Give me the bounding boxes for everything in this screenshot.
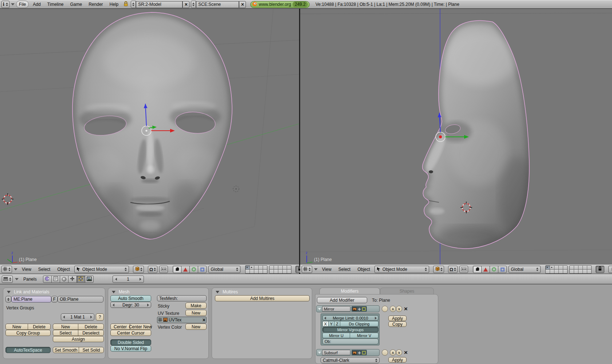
grid-small-icon[interactable] bbox=[158, 317, 162, 323]
shading-context-button[interactable] bbox=[60, 276, 68, 283]
uvtex-delete-button[interactable]: × bbox=[203, 317, 205, 323]
set-solid-button[interactable]: Set Solid bbox=[79, 347, 104, 353]
deselect-button[interactable]: Deselect bbox=[78, 330, 104, 336]
mirror-apply-button[interactable]: Apply bbox=[388, 316, 407, 321]
mesh-name-field[interactable]: ME:Plane bbox=[11, 296, 51, 302]
select-button[interactable]: Select bbox=[53, 330, 78, 336]
realtime-toggle-icon[interactable] bbox=[358, 349, 361, 356]
draw-type-button[interactable] bbox=[133, 266, 144, 273]
vgroup-new-button[interactable]: New bbox=[5, 324, 28, 330]
logic-context-button[interactable] bbox=[43, 276, 52, 283]
mirror-select-circle-button[interactable] bbox=[382, 306, 388, 312]
window-type-button[interactable]: i bbox=[1, 1, 9, 8]
draw-type-button[interactable] bbox=[433, 266, 444, 273]
translate-manipulator-button[interactable] bbox=[481, 266, 490, 273]
material-delete-button[interactable]: Delete bbox=[78, 324, 104, 330]
subsurf-type-dropdown[interactable]: Catmull-Clark bbox=[321, 357, 380, 363]
header-collapse-icon[interactable] bbox=[314, 268, 318, 270]
material-help-button[interactable]: ? bbox=[96, 313, 104, 321]
copy-group-button[interactable]: Copy Group bbox=[5, 330, 51, 336]
viewport-divider[interactable] bbox=[299, 9, 300, 274]
editmode-toggle-icon[interactable] bbox=[362, 349, 366, 356]
viewport-side[interactable]: z (1) Plane bbox=[300, 9, 612, 265]
center-new-button[interactable]: Center New bbox=[130, 324, 151, 330]
auto-smooth-toggle[interactable]: Auto Smooth bbox=[110, 295, 151, 302]
menu-object[interactable]: Object bbox=[55, 266, 72, 273]
add-modifier-button[interactable]: Add Modifier bbox=[317, 297, 367, 303]
panel-collapse-icon[interactable] bbox=[7, 291, 11, 293]
subsurf-apply-button[interactable]: Apply bbox=[388, 357, 407, 363]
panel-collapse-icon[interactable] bbox=[216, 291, 219, 293]
render-toggle-icon[interactable] bbox=[353, 306, 357, 312]
orientation-dropdown[interactable]: Global bbox=[509, 266, 541, 273]
editor-type-button[interactable] bbox=[2, 276, 13, 283]
grab-hand-button[interactable] bbox=[173, 266, 181, 273]
modifier-expand-icon[interactable] bbox=[318, 352, 321, 354]
translate-manipulator-button[interactable] bbox=[181, 266, 190, 273]
viewport-side-canvas[interactable]: z bbox=[300, 9, 612, 265]
menu-view[interactable]: View bbox=[319, 266, 334, 273]
center-cursor-button[interactable]: Center Cursor bbox=[110, 330, 151, 336]
scale-manipulator-button[interactable] bbox=[198, 266, 207, 273]
script-context-button[interactable] bbox=[51, 276, 60, 283]
autotexspace-toggle[interactable]: AutoTexSpace bbox=[5, 347, 51, 353]
scene-delete-button[interactable]: × bbox=[239, 1, 246, 8]
double-sided-toggle[interactable]: Double Sided bbox=[110, 339, 151, 345]
mirror-object-field[interactable]: Ob: bbox=[322, 339, 378, 344]
realtime-toggle-icon[interactable] bbox=[358, 306, 361, 312]
object-name-field[interactable]: OB:Plane bbox=[58, 296, 103, 302]
fake-user-button[interactable]: F bbox=[51, 296, 58, 302]
menu-file[interactable]: File bbox=[16, 1, 29, 8]
mirror-move-down-button[interactable]: ∨ bbox=[396, 306, 402, 312]
set-smooth-button[interactable]: Set Smooth bbox=[53, 347, 79, 353]
center-button[interactable]: Center bbox=[110, 324, 130, 330]
texmesh-field[interactable]: TexMesh: bbox=[157, 295, 207, 301]
manipulator-toggle-button[interactable] bbox=[459, 266, 468, 273]
layer-buttons-group-2[interactable] bbox=[269, 265, 291, 274]
mirror-axis-y-toggle[interactable]: Y bbox=[328, 321, 334, 327]
mirror-axis-x-toggle[interactable]: X bbox=[322, 321, 329, 327]
viewport-front-canvas[interactable]: z x bbox=[0, 9, 299, 265]
menu-render[interactable]: Render bbox=[86, 1, 105, 8]
tab-modifiers[interactable]: Modifiers bbox=[319, 288, 380, 294]
material-index-stepper[interactable]: 1 Mat 1 bbox=[61, 313, 94, 321]
pivot-dropdown-button[interactable]: Ω bbox=[148, 266, 157, 273]
menu-add[interactable]: Add bbox=[30, 1, 43, 8]
uv-texture-new-button[interactable]: New bbox=[185, 310, 207, 316]
menu-select[interactable]: Select bbox=[336, 266, 353, 273]
mesh-browse-button[interactable] bbox=[5, 296, 11, 302]
tab-shapes[interactable]: Shapes bbox=[380, 288, 434, 294]
screen-delete-button[interactable]: × bbox=[183, 1, 189, 8]
no-vnormal-flip-toggle[interactable]: No V.Normal Flip bbox=[110, 345, 151, 352]
subsurf-select-circle-button[interactable] bbox=[382, 349, 388, 356]
face-mesh-side[interactable] bbox=[422, 20, 536, 248]
subsurf-name-field[interactable]: Subsurf bbox=[322, 350, 350, 355]
vgroup-delete-button[interactable]: Delete bbox=[28, 324, 51, 330]
face-mesh-front[interactable] bbox=[72, 12, 232, 239]
layer-buttons-group-1[interactable] bbox=[545, 265, 568, 274]
mirror-u-toggle[interactable]: Mirror U bbox=[322, 333, 350, 338]
mirror-move-up-button[interactable]: ∧ bbox=[390, 306, 396, 312]
mirror-vgroups-toggle[interactable]: Mirror Vgroups bbox=[322, 327, 378, 332]
sticky-make-button[interactable]: Make bbox=[185, 302, 207, 309]
menu-select[interactable]: Select bbox=[36, 266, 53, 273]
blender-org-button[interactable]: www.blender.org 249.2 bbox=[250, 1, 310, 8]
viewport-front[interactable]: z x (1) Plane bbox=[0, 9, 299, 265]
manipulator-toggle-button[interactable] bbox=[159, 266, 168, 273]
uvtex-name[interactable]: UVTex bbox=[169, 317, 181, 323]
panels-menu[interactable]: Panels bbox=[21, 276, 39, 282]
menu-help[interactable]: Help bbox=[107, 1, 121, 8]
grab-hand-button[interactable] bbox=[473, 266, 482, 273]
assign-button[interactable]: Assign bbox=[53, 336, 104, 342]
layer-buttons-group-2[interactable] bbox=[569, 265, 592, 274]
scene-name-field[interactable]: SCE:Scene bbox=[196, 1, 239, 8]
scene-browse-button[interactable] bbox=[191, 1, 196, 8]
buttons-page-stepper[interactable]: 1 bbox=[113, 276, 144, 283]
layer-buttons-group-1[interactable] bbox=[245, 265, 267, 274]
pivot-dropdown-button[interactable]: Ω bbox=[448, 266, 458, 273]
mode-dropdown[interactable]: Object Mode bbox=[74, 266, 129, 273]
panel-collapse-icon[interactable] bbox=[112, 291, 115, 293]
mirror-axis-z-toggle[interactable]: Z bbox=[334, 321, 340, 327]
lock-layers-button[interactable] bbox=[596, 266, 604, 273]
image-small-icon[interactable] bbox=[163, 317, 168, 323]
